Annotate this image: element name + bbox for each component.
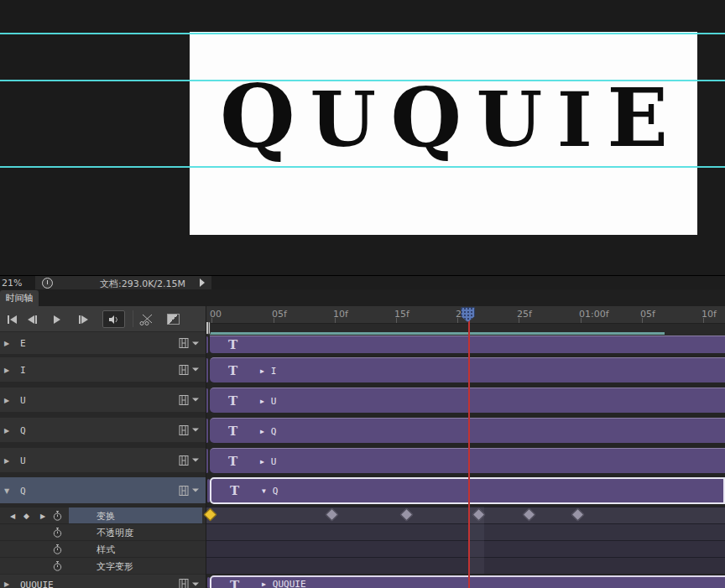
dropdown-arrow-icon[interactable] bbox=[192, 459, 199, 462]
next-keyframe-icon[interactable]: ▶ bbox=[40, 512, 45, 519]
ruler-tick-mark bbox=[335, 318, 336, 323]
horizontal-guide[interactable] bbox=[0, 80, 725, 81]
document-info-segment[interactable]: 文档:293.0K/2.15M bbox=[35, 276, 211, 290]
track-clip-Q[interactable]: T ▶Q bbox=[210, 418, 725, 443]
text-layer-icon: T bbox=[230, 578, 239, 588]
layer-name: E bbox=[20, 338, 26, 349]
filmstrip-icon bbox=[179, 455, 189, 466]
mute-audio-button[interactable] bbox=[102, 310, 125, 328]
playback-toolbar bbox=[0, 306, 206, 331]
disclosure-triangle-icon[interactable]: ▶ bbox=[4, 456, 9, 464]
collapse-triangle-icon[interactable]: ▼ bbox=[262, 487, 266, 495]
property-row-style[interactable]: 样式 bbox=[0, 540, 206, 557]
property-label: 样式 bbox=[96, 543, 115, 555]
transition-button[interactable] bbox=[167, 313, 180, 325]
transform-keyframe-track[interactable] bbox=[206, 507, 725, 523]
layer-row-Q-selected[interactable]: ▼ Q bbox=[0, 477, 206, 503]
dropdown-arrow-icon[interactable] bbox=[192, 368, 199, 372]
filmstrip-icon bbox=[179, 394, 189, 405]
clip-name: Q bbox=[271, 425, 277, 436]
tab-timeline[interactable]: 时间轴 bbox=[0, 290, 39, 306]
clip-name: I bbox=[271, 365, 277, 376]
play-button[interactable] bbox=[54, 313, 60, 325]
track-clip-QUQUIE[interactable]: T ▶QUQUIE bbox=[210, 575, 725, 588]
property-row-textwarp[interactable]: 文字变形 bbox=[0, 557, 206, 574]
disclosure-triangle-icon[interactable]: ▶ bbox=[4, 366, 9, 373]
layer-row-E[interactable]: ▶ E bbox=[0, 332, 206, 354]
filmstrip-icon bbox=[179, 485, 189, 496]
canvas-letter: E bbox=[608, 34, 668, 202]
stopwatch-icon[interactable] bbox=[52, 510, 63, 524]
zoom-level-field[interactable]: 21% bbox=[2, 278, 22, 289]
document-canvas[interactable]: Q U Q U I E bbox=[190, 32, 697, 235]
layer-row-Q[interactable]: ▶ Q bbox=[0, 418, 206, 442]
dropdown-arrow-icon[interactable] bbox=[192, 398, 199, 402]
expand-triangle-icon[interactable]: ▶ bbox=[262, 580, 266, 587]
dropdown-arrow-icon[interactable] bbox=[192, 429, 199, 432]
layer-row-U[interactable]: ▶ U bbox=[0, 388, 206, 412]
layer-name: Q bbox=[20, 424, 26, 435]
split-at-playhead-button[interactable] bbox=[139, 313, 154, 325]
clip-name: QUQUIE bbox=[273, 578, 306, 588]
stopwatch-icon[interactable] bbox=[52, 527, 63, 541]
horizontal-guide[interactable] bbox=[0, 33, 725, 34]
status-bar: 21% 文档:293.0K/2.15M bbox=[0, 275, 725, 289]
track-clip-U2[interactable]: T ▶U bbox=[210, 448, 725, 473]
textwarp-keyframe-track[interactable] bbox=[206, 557, 725, 574]
property-label-highlight[interactable]: 变换 bbox=[69, 507, 202, 523]
ruler-tick-mark bbox=[457, 318, 458, 323]
track-clip-Q-selected[interactable]: T ▼Q bbox=[210, 477, 725, 504]
track-clip-U[interactable]: T ▶U bbox=[210, 388, 725, 413]
work-area-bar[interactable] bbox=[210, 332, 665, 335]
document-size-text: 文档:293.0K/2.15M bbox=[84, 278, 201, 290]
opacity-keyframe-track[interactable] bbox=[206, 523, 725, 540]
stopwatch-icon[interactable] bbox=[52, 560, 63, 575]
dropdown-arrow-icon[interactable] bbox=[192, 489, 199, 492]
horizontal-guide[interactable] bbox=[0, 166, 725, 168]
status-flyout-arrow-icon[interactable] bbox=[200, 278, 205, 287]
disclosure-triangle-icon[interactable]: ▶ bbox=[4, 340, 9, 347]
text-layer-icon: T bbox=[230, 483, 239, 498]
scissors-icon bbox=[139, 314, 154, 325]
expand-triangle-icon[interactable]: ▶ bbox=[260, 427, 264, 434]
toolbar-separator bbox=[133, 310, 133, 327]
layer-row-QUQUIE[interactable]: ▶ QUQUIE bbox=[0, 575, 206, 588]
disclosure-triangle-icon[interactable]: ▶ bbox=[4, 396, 9, 403]
transition-icon bbox=[167, 314, 180, 325]
filmstrip-icon bbox=[179, 424, 189, 435]
dropdown-arrow-icon[interactable] bbox=[192, 582, 199, 585]
first-frame-button[interactable] bbox=[8, 313, 17, 325]
canvas-text: Q U Q U I E bbox=[220, 32, 668, 200]
ruler-tick-mark bbox=[703, 318, 704, 323]
property-row-transform[interactable]: ◀ ◆ ▶ 变换 bbox=[0, 507, 206, 523]
track-clip-I[interactable]: T ▶I bbox=[210, 357, 725, 382]
text-layer-icon: T bbox=[228, 424, 237, 439]
style-keyframe-track[interactable] bbox=[206, 540, 725, 557]
property-label: 变换 bbox=[96, 509, 115, 522]
layer-row-I[interactable]: ▶ I bbox=[0, 357, 206, 382]
expand-triangle-icon[interactable]: ▶ bbox=[260, 457, 264, 465]
dropdown-arrow-icon[interactable] bbox=[192, 341, 199, 345]
stopwatch-icon[interactable] bbox=[52, 544, 63, 558]
track-clip-E[interactable]: T bbox=[210, 336, 725, 353]
previous-keyframe-icon[interactable]: ◀ bbox=[10, 512, 15, 519]
add-keyframe-icon[interactable]: ◆ bbox=[23, 512, 29, 520]
layer-name: QUQUIE bbox=[20, 580, 54, 588]
canvas-letter: U bbox=[477, 35, 543, 203]
playhead-line[interactable] bbox=[468, 320, 470, 588]
panel-divider[interactable] bbox=[206, 306, 206, 588]
expand-triangle-icon[interactable]: ▶ bbox=[260, 397, 264, 404]
expand-triangle-icon[interactable]: ▶ bbox=[260, 367, 264, 374]
previous-frame-button[interactable] bbox=[28, 313, 37, 325]
filmstrip-icon bbox=[179, 364, 189, 375]
layer-row-U2[interactable]: ▶ U bbox=[0, 448, 206, 472]
document-status-icon bbox=[42, 278, 53, 289]
disclosure-triangle-icon[interactable]: ▶ bbox=[4, 580, 9, 588]
speaker-icon bbox=[108, 315, 120, 325]
disclosure-triangle-icon[interactable]: ▼ bbox=[4, 487, 9, 494]
next-frame-button[interactable] bbox=[79, 313, 88, 325]
text-layer-icon: T bbox=[228, 363, 237, 378]
disclosure-triangle-icon[interactable]: ▶ bbox=[4, 426, 9, 434]
property-row-opacity[interactable]: 不透明度 bbox=[0, 523, 206, 540]
canvas-letter: I bbox=[557, 35, 592, 203]
